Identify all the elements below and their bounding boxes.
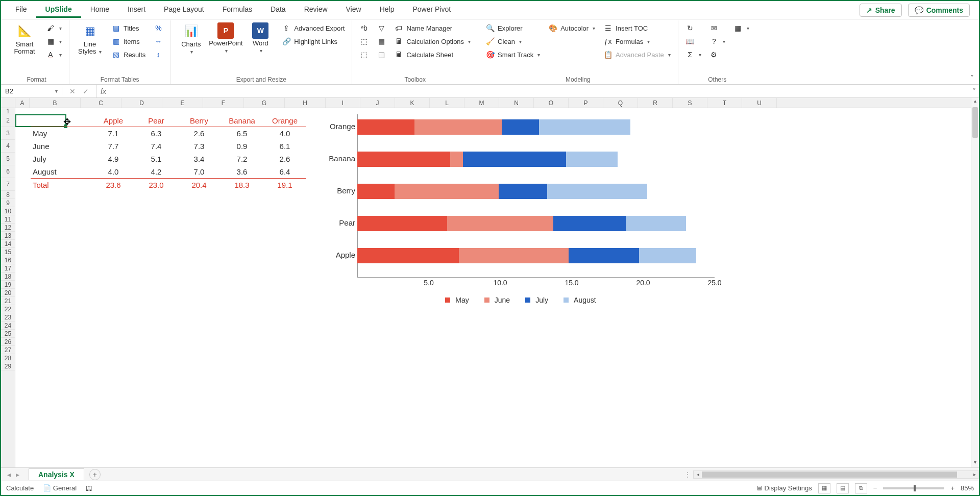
col-header-G[interactable]: G <box>244 98 285 108</box>
word-button[interactable]: W Word▾ <box>245 22 276 55</box>
height-button[interactable]: ↕ <box>152 49 165 60</box>
menu-tab-home[interactable]: Home <box>81 2 118 18</box>
row-header-6[interactable]: 6 <box>1 165 15 178</box>
font-color-button[interactable]: A▾ <box>44 49 64 60</box>
col-header-A[interactable]: A <box>15 98 30 108</box>
advanced-paste-button[interactable]: 📋Advanced Paste▾ <box>601 49 673 60</box>
menu-tab-data[interactable]: Data <box>261 2 295 18</box>
row-header-14[interactable]: 14 <box>1 240 15 248</box>
menu-tab-page-layout[interactable]: Page Layout <box>155 2 213 18</box>
charts-button[interactable]: 📊 Charts▾ <box>176 22 206 56</box>
chart[interactable]: 5.010.015.020.025.0 OrangeBananaBerryPea… <box>322 114 715 304</box>
row-header-20[interactable]: 20 <box>1 289 15 297</box>
view-page-break-button[interactable]: ⧉ <box>855 483 867 493</box>
others-btn-5[interactable]: ?▾ <box>707 36 727 47</box>
formulas-button[interactable]: ƒxFormulas▾ <box>601 36 673 47</box>
row-header-7[interactable]: 7 <box>1 178 15 191</box>
toolbox-btn-a1[interactable]: ᵃb <box>357 22 371 34</box>
row-header-29[interactable]: 29 <box>1 362 15 370</box>
row-header-26[interactable]: 26 <box>1 338 15 346</box>
line-styles-button[interactable]: ▦ LineStyles ▾ <box>75 22 105 56</box>
hscroll-left-icon[interactable]: ◂ <box>694 472 702 477</box>
hscroll-right-icon[interactable]: ▸ <box>970 472 978 477</box>
row-header-27[interactable]: 27 <box>1 346 15 354</box>
row-header-23[interactable]: 23 <box>1 313 15 321</box>
others-btn-8[interactable]: ⚙ <box>707 49 727 60</box>
others-btn-7[interactable]: Σ▾ <box>683 49 703 60</box>
col-header-R[interactable]: R <box>638 98 673 108</box>
menu-tab-upslide[interactable]: UpSlide <box>36 2 81 18</box>
tab-split-gripper[interactable]: ⋮ <box>684 470 689 479</box>
col-header-Q[interactable]: Q <box>603 98 638 108</box>
col-header-N[interactable]: N <box>499 98 534 108</box>
highlight-links-button[interactable]: 🔗Highlight Links <box>280 36 347 47</box>
row-header-3[interactable]: 3 <box>1 127 15 140</box>
row-header-12[interactable]: 12 <box>1 224 15 232</box>
row-header-22[interactable]: 22 <box>1 305 15 313</box>
col-header-D[interactable]: D <box>121 98 162 108</box>
calc-options-button[interactable]: 🖩Calculation Options▾ <box>392 36 473 47</box>
formula-expand-button[interactable]: ˅ <box>969 87 979 95</box>
status-accessibility-icon[interactable]: 🕮 <box>86 484 92 492</box>
row-header-15[interactable]: 15 <box>1 248 15 256</box>
scroll-up-icon[interactable]: ▴ <box>971 98 979 106</box>
row-header-5[interactable]: 5 <box>1 153 15 165</box>
col-header-E[interactable]: E <box>162 98 203 108</box>
row-header-18[interactable]: 18 <box>1 272 15 281</box>
status-general[interactable]: 📄 General <box>43 484 77 492</box>
add-sheet-button[interactable]: + <box>89 469 101 480</box>
others-btn-2[interactable]: ✉ <box>707 22 727 34</box>
smart-track-button[interactable]: 🎯Smart Track▾ <box>483 49 542 60</box>
items-button[interactable]: ▥Items <box>109 36 148 47</box>
display-settings-button[interactable]: 🖥 Display Settings <box>756 484 812 492</box>
row-header-9[interactable]: 9 <box>1 199 15 207</box>
row-header-17[interactable]: 17 <box>1 264 15 272</box>
vertical-scrollbar[interactable]: ▴ ▾ <box>971 98 979 467</box>
col-header-T[interactable]: T <box>707 98 742 108</box>
smart-format-button[interactable]: 📐 SmartFormat <box>9 22 40 56</box>
others-btn-3[interactable]: ▦▾ <box>731 22 751 34</box>
status-calculate[interactable]: Calculate <box>6 484 34 492</box>
clean-button[interactable]: 🧹Clean▾ <box>483 36 542 47</box>
toolbox-btn-a3[interactable]: ⬚ <box>357 49 371 60</box>
vscroll-thumb[interactable] <box>972 107 978 138</box>
zoom-slider[interactable] <box>883 487 944 489</box>
col-header-I[interactable]: I <box>326 98 360 108</box>
name-manager-button[interactable]: 🏷Name Manager <box>392 22 473 34</box>
name-box[interactable]: B2 ▾ <box>1 87 62 95</box>
sheet-tab-active[interactable]: Analysis X <box>29 468 84 480</box>
toolbox-btn-b1[interactable]: ▽ <box>375 22 388 34</box>
row-header-19[interactable]: 19 <box>1 281 15 289</box>
view-normal-button[interactable]: ▦ <box>818 483 830 493</box>
ribbon-collapse-button[interactable]: ˅ <box>970 74 974 82</box>
width-button[interactable]: ↔ <box>152 36 165 47</box>
percent-button[interactable]: % <box>152 22 165 34</box>
view-page-layout-button[interactable]: ▤ <box>837 483 849 493</box>
titles-button[interactable]: ▤Titles <box>109 22 148 34</box>
menu-tab-formulas[interactable]: Formulas <box>213 2 261 18</box>
row-header-24[interactable]: 24 <box>1 321 15 330</box>
fx-icon[interactable]: fx <box>96 87 110 95</box>
others-btn-1[interactable]: ↻ <box>683 22 703 34</box>
fill-button[interactable]: ▦▾ <box>44 36 64 47</box>
insert-toc-button[interactable]: ☰Insert TOC <box>601 22 673 34</box>
powerpoint-button[interactable]: P PowerPoint▾ <box>210 22 241 55</box>
menu-tab-review[interactable]: Review <box>295 2 337 18</box>
row-header-28[interactable]: 28 <box>1 354 15 362</box>
col-header-C[interactable]: C <box>81 98 121 108</box>
autocolor-button[interactable]: 🎨Autocolor▾ <box>546 22 597 34</box>
zoom-in-button[interactable]: + <box>950 484 954 492</box>
col-header-M[interactable]: M <box>464 98 499 108</box>
row-header-25[interactable]: 25 <box>1 330 15 338</box>
explorer-button[interactable]: 🔍Explorer <box>483 22 542 34</box>
col-header-B[interactable]: B <box>30 98 81 108</box>
toolbox-btn-a2[interactable]: ⬚ <box>357 36 371 47</box>
paint-button[interactable]: 🖌▾ <box>44 22 64 34</box>
row-header-8[interactable]: 8 <box>1 191 15 199</box>
advanced-export-button[interactable]: ⇪Advanced Export <box>280 22 347 34</box>
row-header-21[interactable]: 21 <box>1 297 15 305</box>
hscroll-thumb[interactable] <box>702 472 957 478</box>
share-button[interactable]: ↗ Share <box>860 4 902 17</box>
sheet-body[interactable]: ✥ ApplePearBerryBananaOrange May7.16.32.… <box>15 108 971 467</box>
calc-sheet-button[interactable]: 🖩Calculate Sheet <box>392 49 473 60</box>
